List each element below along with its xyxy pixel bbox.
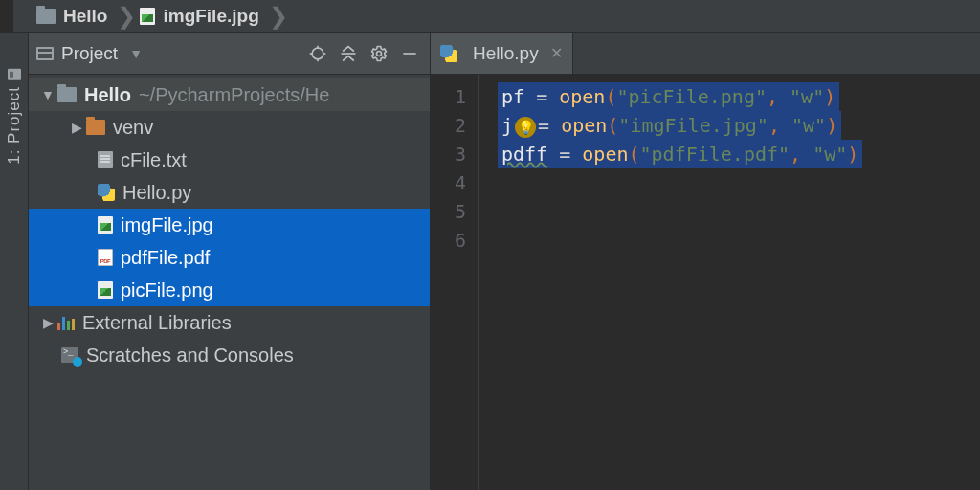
tree-item-picfile[interactable]: picFile.png <box>29 274 430 306</box>
tool-window-icon <box>8 69 21 80</box>
expand-icon[interactable]: ▼ <box>38 87 57 102</box>
tree-item-cfile[interactable]: cFile.txt <box>29 144 430 176</box>
dropdown-icon: ▼ <box>129 46 143 61</box>
tree-item-pdffile[interactable]: pdfFile.pdf <box>29 241 430 274</box>
project-panel-title[interactable]: Project ▼ <box>36 43 143 64</box>
tree-item-label: pdfFile.pdf <box>121 247 210 269</box>
tree-item-label: Scratches and Consoles <box>86 345 294 367</box>
tree-root[interactable]: ▼ Hello ~/PycharmProjects/He <box>29 78 430 111</box>
libraries-icon <box>57 315 75 330</box>
project-panel-header: Project ▼ <box>29 33 430 75</box>
tree-item-venv[interactable]: ▶ venv <box>29 111 430 144</box>
code-line: pdff = open("pdfFile.pdf", "w") <box>498 140 862 168</box>
editor-tab-hello[interactable]: Hello.py ✕ <box>431 33 573 74</box>
project-view-icon <box>36 47 54 60</box>
chevron-right-icon: ❯ <box>269 3 288 30</box>
tree-external-libraries[interactable]: ▶ External Libraries <box>29 306 430 339</box>
line-number: 5 <box>431 197 466 226</box>
tree-item-label: imgFile.jpg <box>121 214 213 236</box>
collapse-all-button[interactable] <box>336 41 361 66</box>
settings-button[interactable] <box>367 41 391 66</box>
tree-item-imgfile[interactable]: imgFile.jpg <box>29 209 430 241</box>
editor-tab-label: Hello.py <box>473 43 539 64</box>
locate-button[interactable] <box>305 41 330 66</box>
breadcrumb: Hello ❯ imgFile.jpg ❯ <box>13 0 980 33</box>
folder-icon <box>57 87 77 102</box>
editor-tabs: Hello.py ✕ <box>431 33 980 75</box>
breadcrumb-file-label: imgFile.jpg <box>163 6 258 27</box>
tree-item-label: venv <box>113 117 153 139</box>
project-tool-tab[interactable]: 1: Project <box>5 61 24 172</box>
code-content[interactable]: pf = open("picFile.png", "w") j💡= open("… <box>479 75 980 490</box>
gutter: 1 2 3 4 5 6 <box>431 75 479 490</box>
tree-root-name: Hello <box>84 84 131 106</box>
scratches-icon <box>61 347 78 363</box>
rail-tab-label: 1: Project <box>5 86 24 165</box>
expand-icon[interactable]: ▶ <box>38 315 57 330</box>
python-file-icon <box>98 184 115 201</box>
code-line: pf = open("picFile.png", "w") <box>498 82 839 111</box>
tool-window-rail: 1: Project <box>0 33 29 490</box>
tree-root-path: ~/PycharmProjects/He <box>139 84 330 106</box>
folder-icon <box>86 120 105 135</box>
line-number: 1 <box>431 82 466 111</box>
image-file-icon <box>98 216 113 234</box>
code-line: j💡= open("imgFile.jpg", "w") <box>498 111 841 140</box>
tree-item-hello-py[interactable]: Hello.py <box>29 176 430 209</box>
expand-icon[interactable]: ▶ <box>67 120 86 135</box>
project-tree: ▼ Hello ~/PycharmProjects/He ▶ venv cFil… <box>29 75 430 490</box>
tree-item-label: Hello.py <box>122 182 191 204</box>
line-number: 2 <box>431 111 466 140</box>
line-number: 4 <box>431 168 466 197</box>
breadcrumb-file[interactable]: imgFile.jpg <box>136 0 268 32</box>
breadcrumb-root-label: Hello <box>63 6 107 27</box>
tree-item-label: External Libraries <box>82 312 232 334</box>
breadcrumb-root[interactable]: Hello <box>33 0 117 32</box>
editor: Hello.py ✕ 1 2 3 4 5 6 pf = open("picFil… <box>431 33 980 490</box>
svg-point-6 <box>377 51 382 56</box>
project-panel: Project ▼ ▼ Hello ~/PycharmProjects <box>29 33 431 490</box>
image-file-icon <box>98 281 113 299</box>
text-file-icon <box>98 151 113 168</box>
pdf-file-icon <box>98 249 113 266</box>
panel-title-label: Project <box>61 43 118 64</box>
hide-panel-button[interactable] <box>397 41 422 66</box>
line-number: 6 <box>431 226 466 255</box>
chevron-right-icon: ❯ <box>117 3 136 30</box>
folder-icon <box>36 9 56 24</box>
tree-item-label: cFile.txt <box>121 149 187 171</box>
tree-item-label: picFile.png <box>121 279 213 301</box>
code-area[interactable]: 1 2 3 4 5 6 pf = open("picFile.png", "w"… <box>431 75 980 490</box>
tree-scratches[interactable]: Scratches and Consoles <box>29 339 430 371</box>
svg-point-0 <box>312 48 323 59</box>
python-file-icon <box>440 45 457 62</box>
image-file-icon <box>140 8 155 25</box>
intention-bulb-icon[interactable]: 💡 <box>515 117 536 138</box>
line-number: 3 <box>431 140 466 168</box>
close-icon[interactable]: ✕ <box>546 44 563 62</box>
